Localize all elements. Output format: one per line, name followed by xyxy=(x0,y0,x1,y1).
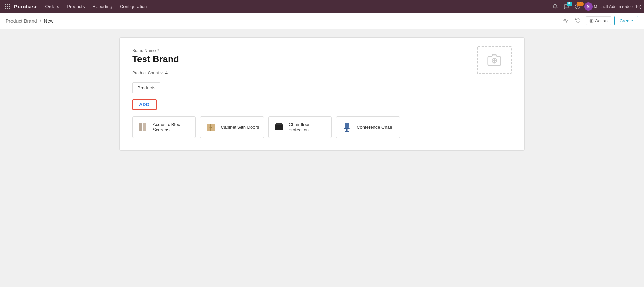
product-count-value: 4 xyxy=(165,70,168,75)
svg-rect-5 xyxy=(9,6,10,7)
product-name: Acoustic Bloc Screens xyxy=(153,122,191,132)
svg-rect-1 xyxy=(7,4,8,5)
refresh-button[interactable] xyxy=(573,16,583,25)
product-name: Chair floor protection xyxy=(289,122,327,132)
photo-upload[interactable] xyxy=(477,46,512,74)
product-name: Conference Chair xyxy=(357,125,392,130)
svg-rect-6 xyxy=(5,8,6,9)
svg-rect-20 xyxy=(275,124,283,130)
user-name: Mitchell Admin (odoo_16) xyxy=(594,4,641,9)
svg-point-19 xyxy=(211,127,212,128)
breadcrumb-parent[interactable]: Product Brand xyxy=(6,18,37,24)
main-menu: Orders Products Reporting Configuration xyxy=(42,2,549,10)
svg-rect-14 xyxy=(139,123,142,131)
form-card: Brand Name ? Test Brand Product Count ? … xyxy=(119,37,525,151)
product-thumb xyxy=(273,121,285,133)
brand-name-help-icon[interactable]: ? xyxy=(157,49,159,53)
breadcrumb-bar: Product Brand / New Action Create xyxy=(0,13,644,29)
clock-icon[interactable]: 11 xyxy=(573,3,582,10)
products-grid: Acoustic Bloc Screens Cabinet with Doors… xyxy=(132,116,468,138)
breadcrumb-separator: / xyxy=(40,18,41,24)
product-card[interactable]: Chair floor protection xyxy=(268,116,332,138)
product-thumb xyxy=(341,121,353,133)
product-thumb xyxy=(205,121,217,133)
svg-rect-8 xyxy=(9,8,10,9)
menu-configuration[interactable]: Configuration xyxy=(116,2,150,10)
product-count-label: Product Count ? xyxy=(132,71,163,75)
product-card[interactable]: Acoustic Bloc Screens xyxy=(132,116,196,138)
svg-rect-2 xyxy=(9,4,10,5)
apps-icon[interactable] xyxy=(3,2,13,12)
svg-rect-23 xyxy=(344,128,350,129)
svg-rect-0 xyxy=(5,4,6,5)
main-content: Brand Name ? Test Brand Product Count ? … xyxy=(0,29,644,159)
clock-badge: 11 xyxy=(577,2,583,6)
menu-reporting[interactable]: Reporting xyxy=(89,2,116,10)
product-card[interactable]: Conference Chair xyxy=(336,116,400,138)
navbar: Purchase Orders Products Reporting Confi… xyxy=(0,0,644,13)
cloud-save-button[interactable] xyxy=(561,16,571,26)
product-count-help-icon[interactable]: ? xyxy=(160,71,163,75)
updates-icon[interactable] xyxy=(551,3,560,10)
add-product-button[interactable]: ADD xyxy=(132,99,157,110)
user-menu[interactable]: M Mitchell Admin (odoo_16) xyxy=(584,2,641,11)
tabs-bar: Products xyxy=(132,82,512,93)
svg-point-18 xyxy=(210,127,211,128)
product-name: Cabinet with Doors xyxy=(221,125,259,130)
action-label: Action xyxy=(595,18,608,23)
create-button[interactable]: Create xyxy=(614,16,638,25)
svg-rect-15 xyxy=(143,123,146,131)
menu-orders[interactable]: Orders xyxy=(42,2,63,10)
action-button[interactable]: Action xyxy=(586,16,611,25)
navbar-right: 5 11 M Mitchell Admin (odoo_16) xyxy=(551,2,641,11)
app-name[interactable]: Purchase xyxy=(14,3,38,9)
product-count-row: Product Count ? 4 xyxy=(132,70,512,75)
messages-badge: 5 xyxy=(567,2,572,6)
svg-rect-22 xyxy=(345,123,349,128)
svg-rect-21 xyxy=(276,123,282,125)
svg-point-10 xyxy=(591,20,592,21)
brand-name-label: Brand Name ? xyxy=(132,48,512,53)
svg-rect-3 xyxy=(5,6,6,7)
breadcrumb-current: New xyxy=(44,18,53,24)
brand-name-value[interactable]: Test Brand xyxy=(132,54,512,65)
messages-icon[interactable]: 5 xyxy=(562,3,571,10)
svg-rect-4 xyxy=(7,6,8,7)
svg-rect-7 xyxy=(7,8,8,9)
breadcrumb-actions: Action Create xyxy=(561,16,638,26)
avatar: M xyxy=(584,2,593,11)
product-card[interactable]: Cabinet with Doors xyxy=(200,116,264,138)
tab-products[interactable]: Products xyxy=(132,82,160,93)
menu-products[interactable]: Products xyxy=(63,2,88,10)
product-thumb xyxy=(137,121,149,133)
